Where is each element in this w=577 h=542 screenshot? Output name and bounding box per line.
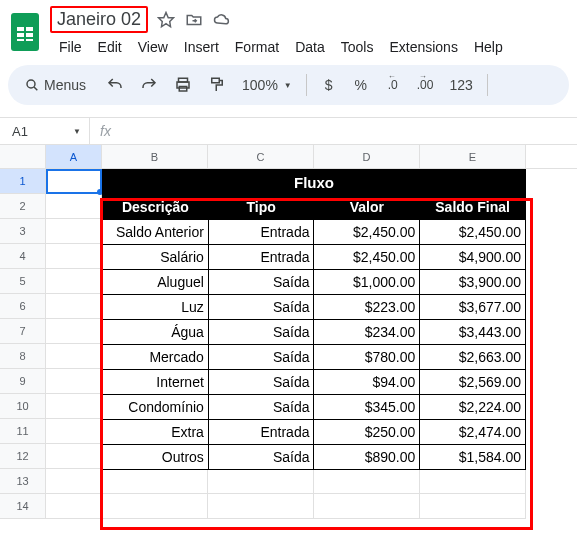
table-cell[interactable]: $250.00 — [314, 420, 420, 445]
table-cell[interactable]: $3,677.00 — [420, 295, 526, 320]
table-cell[interactable]: $345.00 — [314, 395, 420, 420]
table-cell[interactable]: Entrada — [208, 245, 314, 270]
percent-button[interactable]: % — [347, 71, 375, 99]
menu-tools[interactable]: Tools — [334, 35, 381, 59]
table-cell[interactable]: $2,450.00 — [314, 220, 420, 245]
menu-view[interactable]: View — [131, 35, 175, 59]
row-header[interactable]: 5 — [0, 269, 46, 294]
table-row[interactable]: AluguelSaída$1,000.00$3,900.00 — [103, 270, 526, 295]
table-row[interactable]: CondomínioSaída$345.00$2,224.00 — [103, 395, 526, 420]
undo-button[interactable] — [100, 71, 130, 99]
cell[interactable] — [314, 469, 420, 494]
table-cell[interactable]: $1,000.00 — [314, 270, 420, 295]
column-header-b[interactable]: B — [102, 145, 208, 168]
menu-format[interactable]: Format — [228, 35, 286, 59]
table-cell[interactable]: Saída — [208, 370, 314, 395]
row-header[interactable]: 13 — [0, 469, 46, 494]
menu-help[interactable]: Help — [467, 35, 510, 59]
cell[interactable] — [46, 494, 102, 519]
table-row[interactable]: ExtraEntrada$250.00$2,474.00 — [103, 420, 526, 445]
row-header[interactable]: 11 — [0, 419, 46, 444]
table-cell[interactable]: $2,450.00 — [420, 220, 526, 245]
menu-extensions[interactable]: Extensions — [382, 35, 464, 59]
table-cell[interactable]: $234.00 — [314, 320, 420, 345]
cell[interactable] — [46, 319, 102, 344]
cell[interactable] — [208, 469, 314, 494]
table-row[interactable]: Saldo AnteriorEntrada$2,450.00$2,450.00 — [103, 220, 526, 245]
table-row[interactable]: SalárioEntrada$2,450.00$4,900.00 — [103, 245, 526, 270]
table-row[interactable]: LuzSaída$223.00$3,677.00 — [103, 295, 526, 320]
cell[interactable] — [420, 469, 526, 494]
select-all-corner[interactable] — [0, 145, 46, 168]
column-header-a[interactable]: A — [46, 145, 102, 168]
table-cell[interactable]: Salário — [103, 245, 209, 270]
row-header[interactable]: 3 — [0, 219, 46, 244]
table-cell[interactable]: $2,569.00 — [420, 370, 526, 395]
table-cell[interactable]: Outros — [103, 445, 209, 470]
menu-data[interactable]: Data — [288, 35, 332, 59]
decrease-decimal-button[interactable]: .0← — [379, 71, 407, 99]
table-row[interactable]: ÁguaSaída$234.00$3,443.00 — [103, 320, 526, 345]
table-cell[interactable]: $780.00 — [314, 345, 420, 370]
table-cell[interactable]: Saída — [208, 445, 314, 470]
print-button[interactable] — [168, 71, 198, 99]
table-cell[interactable]: $890.00 — [314, 445, 420, 470]
row-header[interactable]: 14 — [0, 494, 46, 519]
table-cell[interactable]: $223.00 — [314, 295, 420, 320]
table-cell[interactable]: Aluguel — [103, 270, 209, 295]
cell[interactable] — [46, 294, 102, 319]
cell[interactable] — [102, 469, 208, 494]
table-cell[interactable]: Mercado — [103, 345, 209, 370]
table-cell[interactable]: Saída — [208, 395, 314, 420]
table-cell[interactable]: Água — [103, 320, 209, 345]
table-cell[interactable]: $3,443.00 — [420, 320, 526, 345]
cell[interactable] — [46, 244, 102, 269]
cell[interactable] — [314, 494, 420, 519]
table-cell[interactable]: $2,450.00 — [314, 245, 420, 270]
cell[interactable] — [46, 444, 102, 469]
redo-button[interactable] — [134, 71, 164, 99]
currency-button[interactable]: $ — [315, 71, 343, 99]
menu-insert[interactable]: Insert — [177, 35, 226, 59]
cell[interactable] — [46, 469, 102, 494]
search-menus-button[interactable]: Menus — [18, 71, 96, 99]
increase-decimal-button[interactable]: .00→ — [411, 71, 440, 99]
table-cell[interactable]: Condomínio — [103, 395, 209, 420]
cells-area[interactable]: Fluxo Descrição Tipo Valor Saldo Final S… — [46, 169, 526, 519]
row-header[interactable]: 9 — [0, 369, 46, 394]
name-box[interactable]: A1 ▼ — [0, 118, 90, 144]
cell[interactable] — [46, 419, 102, 444]
move-folder-icon[interactable] — [184, 10, 204, 30]
table-cell[interactable]: Entrada — [208, 420, 314, 445]
menu-file[interactable]: File — [52, 35, 89, 59]
table-cell[interactable]: Luz — [103, 295, 209, 320]
cloud-status-icon[interactable] — [212, 10, 232, 30]
number-format-dropdown[interactable]: 123 — [443, 71, 478, 99]
cell[interactable] — [46, 269, 102, 294]
table-cell[interactable]: $2,224.00 — [420, 395, 526, 420]
table-cell[interactable]: $3,900.00 — [420, 270, 526, 295]
spreadsheet-grid[interactable]: A B C D E 1234567891011121314 Fluxo Desc… — [0, 145, 577, 519]
table-cell[interactable]: Saída — [208, 295, 314, 320]
table-cell[interactable]: $4,900.00 — [420, 245, 526, 270]
document-title[interactable]: Janeiro 02 — [50, 6, 148, 33]
row-header[interactable]: 12 — [0, 444, 46, 469]
table-row[interactable]: InternetSaída$94.00$2,569.00 — [103, 370, 526, 395]
table-cell[interactable]: $2,663.00 — [420, 345, 526, 370]
cell[interactable] — [46, 394, 102, 419]
paint-format-button[interactable] — [202, 71, 232, 99]
row-header[interactable]: 4 — [0, 244, 46, 269]
table-row[interactable]: OutrosSaída$890.00$1,584.00 — [103, 445, 526, 470]
table-cell[interactable]: Extra — [103, 420, 209, 445]
column-header-e[interactable]: E — [420, 145, 526, 168]
star-icon[interactable] — [156, 10, 176, 30]
table-cell[interactable]: Saída — [208, 270, 314, 295]
row-header[interactable]: 10 — [0, 394, 46, 419]
row-header[interactable]: 6 — [0, 294, 46, 319]
table-cell[interactable]: Internet — [103, 370, 209, 395]
zoom-dropdown[interactable]: 100%▼ — [236, 71, 298, 99]
sheets-logo[interactable] — [8, 10, 42, 54]
cell[interactable] — [46, 194, 102, 219]
table-cell[interactable]: Saída — [208, 320, 314, 345]
column-header-d[interactable]: D — [314, 145, 420, 168]
